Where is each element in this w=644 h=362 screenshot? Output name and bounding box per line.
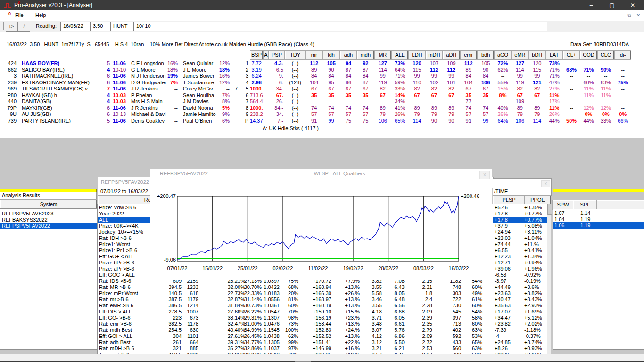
horse-row[interactable]: 662SALIGO BAY(IRE)410-10G L Moore18%J E … (0, 67, 641, 74)
plsp-row[interactable]: +12.71+0.94% (493, 260, 547, 266)
horse-row[interactable]: 3RATHMACKNEE(IRE)611-06N J Henderson19%J… (0, 73, 641, 80)
plsp-row[interactable]: +24.85+3.74% (493, 339, 547, 346)
restriction-row[interactable]: Rat: adh Best (98, 339, 153, 346)
plsp-row[interactable]: +17.8+0.77% (493, 217, 547, 223)
plsp-row[interactable]: +6.55+0.41% (493, 247, 547, 254)
plsp-row[interactable]: +8.26+0.93% (493, 346, 547, 352)
reading-date-field[interactable]: 16/03/22 (60, 22, 92, 31)
plsp-row[interactable]: +39.06+1.96% (493, 266, 547, 272)
col-button-emr[interactable]: emr (461, 51, 477, 59)
col-button-di-[interactable]: di- (615, 51, 631, 59)
plsp-row[interactable]: +23.03+1.04% (493, 235, 547, 241)
horse-row[interactable]: 239EXTRAORDINARY MAN(FR)611-06D G Bridgw… (0, 80, 641, 86)
restriction-row[interactable]: Eff: GOI > ALL (98, 333, 153, 339)
spw-row[interactable]: 1.041.19 (553, 216, 644, 222)
reading-extra-field[interactable] (157, 22, 547, 31)
plsp-row[interactable]: +35.63+2.93% (493, 303, 547, 309)
plsp-row[interactable]: +44.49+3.6% (493, 284, 547, 290)
restriction-row[interactable]: Prize1: Worst (98, 241, 153, 247)
system-list-item[interactable]: REFPSPV5FAV2022 (0, 223, 97, 229)
plsp-row[interactable]: +37.9+5.08% (493, 223, 547, 229)
spw-column-header[interactable]: SPW (553, 200, 573, 209)
col-button-emr[interactable]: eMR (512, 51, 528, 59)
horse-row[interactable]: 79PMAYKIR(GB)611-06J R Jenkins--David No… (0, 105, 641, 112)
plsp-row[interactable]: +23.82+2.02% (493, 321, 547, 327)
col-button-mr[interactable]: MR (375, 51, 391, 59)
restriction-row[interactable]: Eff: GO- >B-6 (98, 315, 153, 321)
restriction-row[interactable]: Prize: aPr >B-6 (98, 266, 153, 272)
plsp-row[interactable]: +34.47+5.12% (493, 315, 547, 321)
col-button-all[interactable]: ALL (392, 51, 408, 59)
horse-row[interactable]: 424HAAS BOY(FR)511-06C E Longsdon16%Sean… (0, 60, 641, 67)
restriction-row[interactable]: Jockey: 10>=<15% (98, 229, 153, 235)
restriction-row[interactable]: Prize1: Pr1 >B-6 (98, 247, 153, 254)
mdi-close-icon[interactable]: ✕ (634, 12, 643, 19)
spl-column-header[interactable]: SPL (573, 200, 597, 209)
restriction-row[interactable]: Year: 2022 (98, 211, 153, 217)
plsp-row[interactable]: +24.94+3.11% (493, 229, 547, 235)
horse-row[interactable]: P80HAYKAL(GB) h410-03P Phelan--Sean Houl… (0, 92, 641, 99)
time-scrollbar-thumb[interactable] (547, 204, 552, 215)
horse-row[interactable]: 9UAU JUS(GB)610-13Michael & Davi--Jamie … (0, 111, 641, 118)
col-button-cod[interactable]: COD (580, 51, 596, 59)
restriction-row[interactable]: Rat: IDS >B-6 (98, 278, 153, 284)
col-button-bdh[interactable]: bdh (478, 51, 494, 59)
restriction-row[interactable]: Rat: IDH >B-6 (98, 235, 153, 241)
plsp-row[interactable]: -4-0.37% (493, 333, 547, 339)
col-button-mdh[interactable]: mdh (357, 51, 373, 59)
col-button-cl+[interactable]: CL+ (563, 51, 579, 59)
mdi-minimize-icon[interactable]: – (617, 12, 625, 19)
col-button-adh[interactable]: aDH (443, 51, 459, 59)
system-list-item[interactable]: REFPSPV5FAVS2023 (0, 211, 97, 217)
restriction-row[interactable]: Rat: emr >B-6 (98, 321, 153, 327)
restriction-row[interactable]: Rat: mdh Best (98, 327, 153, 333)
reading-course-field[interactable]: HUNT (110, 22, 135, 31)
reading-runners-field[interactable]: 10/ 10 (133, 22, 158, 31)
col-button-bsp[interactable]: BSP (250, 51, 263, 59)
restriction-row[interactable]: Rat: mr >B-6 (98, 296, 153, 303)
col-button-mr[interactable]: mr (306, 51, 322, 59)
col-button-bdh[interactable]: bDH (529, 51, 545, 59)
restriction-row[interactable]: Eff: DIS > ALL (98, 309, 153, 315)
horse-row[interactable]: 739PARTY ISLAND(IRE)511-06Denis Coakley-… (0, 118, 641, 124)
menu-file[interactable]: File (15, 12, 24, 18)
plsp-row[interactable]: +17.07+1.69% (493, 309, 547, 315)
col-button-lat[interactable]: LAT (546, 51, 562, 59)
col-button-tdy[interactable]: TDY (285, 51, 305, 59)
col-button-ldh[interactable]: ldh (323, 51, 339, 59)
system-list-item[interactable]: REFBAKSYS32022 (0, 217, 97, 223)
minimize-button[interactable]: – (581, 0, 602, 10)
plsp-row[interactable]: -3.97-0.19% (493, 278, 547, 284)
title-bar[interactable]: 0 Pro-Analyser v20.3 - [Analyser] – ▢ ✕ (0, 0, 644, 10)
restriction-row[interactable]: ALL (98, 217, 153, 223)
toolbar-grip[interactable] (2, 22, 4, 30)
restriction-row[interactable]: Prize: 00K=><4K (98, 223, 153, 229)
plsp-row[interactable]: -7.39-1.18% (493, 327, 547, 333)
col-button-mdh[interactable]: mDH (426, 51, 442, 59)
restriction-row[interactable]: Prize: bPr >B-6 (98, 260, 153, 266)
maximize-button[interactable]: ▢ (602, 0, 622, 10)
plsp-row[interactable]: +40.47+3.43% (493, 296, 547, 303)
plsp-row[interactable]: -6.53-0.92% (493, 272, 547, 278)
restriction-row[interactable]: Rat: mDH >B-6 (98, 346, 153, 352)
time-window-close-icon[interactable]: x (541, 180, 550, 187)
plsp-row[interactable]: +17.8+0.77% (493, 211, 547, 217)
restriction-row[interactable]: Prize: Vdw >B-6 (98, 205, 153, 211)
col-button-clc[interactable]: CLC (598, 51, 614, 59)
menu-help[interactable]: Help (35, 12, 46, 18)
plsp-row[interactable]: +23.63+3.82% (493, 290, 547, 296)
slash-button[interactable]: / (18, 22, 30, 32)
col-button-ldh[interactable]: LDH (409, 51, 425, 59)
time-scrollbar[interactable] (547, 204, 551, 354)
restriction-row[interactable]: Rat: eMR >B-6 (98, 303, 153, 309)
col-button-adh[interactable]: adh (340, 51, 356, 59)
plsp-row[interactable]: +5.46+0.35% (493, 205, 547, 211)
close-button[interactable]: ✕ (622, 0, 643, 10)
plsp-row[interactable]: +12.23+1.34% (493, 254, 547, 260)
restriction-row[interactable]: Eff: GOC > ALL (98, 272, 153, 278)
restriction-row[interactable]: Eff: GO+ < ALL (98, 254, 153, 260)
spw-row[interactable]: 1.071.14 (553, 210, 644, 216)
play-button[interactable]: ▷ (6, 22, 18, 32)
col-button-ago[interactable]: aGO (495, 51, 511, 59)
horse-row[interactable]: 440DANITA(GB)410-03Mrs H S Main--J M Dav… (0, 99, 641, 105)
